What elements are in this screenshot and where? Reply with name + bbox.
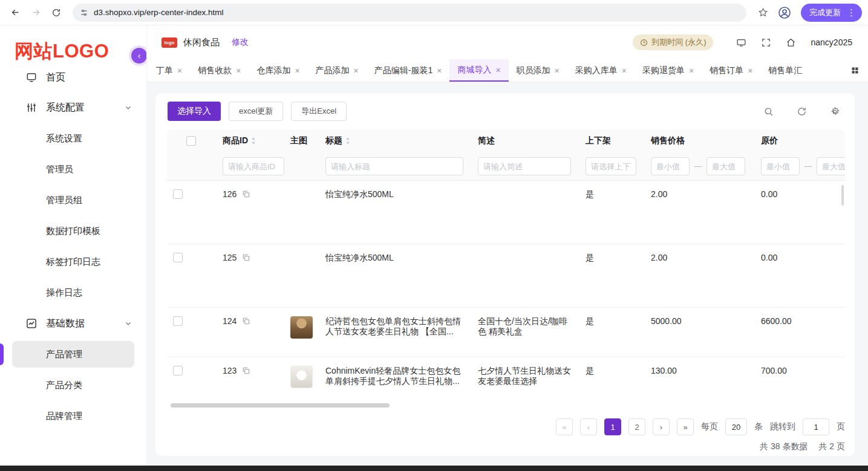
kebab-menu-icon[interactable]: ⋮ [846, 8, 857, 17]
per-page-input[interactable] [725, 418, 747, 435]
copy-icon[interactable] [242, 366, 250, 375]
excel-update-button[interactable]: excel更新 [229, 102, 283, 121]
tab-sales-order[interactable]: 销售订单 × [702, 59, 760, 82]
sidebar-item-home[interactable]: 首页 [12, 68, 134, 91]
browser-refresh-button[interactable] [47, 4, 65, 22]
tab-staff-add[interactable]: 职员添加 × [509, 59, 567, 82]
column-label: 简述 [478, 135, 495, 146]
search-icon[interactable] [763, 106, 774, 117]
vertical-scrollbar[interactable] [841, 185, 844, 206]
profile-avatar-icon[interactable] [774, 5, 795, 20]
total-pages-text: 共 2 页 [818, 441, 845, 452]
bookmark-star-icon[interactable] [754, 7, 772, 18]
range-dash: — [694, 162, 702, 171]
close-icon[interactable]: × [689, 67, 694, 75]
column-header-product-id[interactable]: 商品ID [217, 135, 284, 146]
column-header-description: 简述 [472, 135, 579, 146]
original-price-max-input[interactable] [817, 157, 845, 175]
column-label: 标题 [325, 135, 342, 146]
sidebar-item-print-templates[interactable]: 数据打印模板 [12, 218, 134, 244]
tab-product-add[interactable]: 产品添加 × [308, 59, 367, 82]
close-icon[interactable]: × [622, 67, 627, 75]
sidebar-collapse-button[interactable]: ‹ [131, 48, 147, 63]
product-image[interactable] [290, 316, 313, 339]
sidebar-item-admin-groups[interactable]: 管理员组 [12, 187, 134, 213]
site-settings-icon[interactable] [80, 8, 88, 17]
sidebar-item-admins[interactable]: 管理员 [12, 156, 134, 183]
sidebar-item-label-print-log[interactable]: 标签打印日志 [12, 248, 134, 275]
column-header-title[interactable]: 标题 [319, 135, 472, 146]
product-id: 123 [223, 366, 237, 375]
original-price-min-input[interactable] [761, 157, 800, 175]
site-logo: 网站LOGO [0, 25, 146, 68]
gear-icon[interactable] [830, 106, 840, 117]
sidebar-item-base-data[interactable]: 基础数据 [12, 310, 134, 337]
description-filter-input[interactable] [478, 157, 571, 175]
original-price-value: 6600.00 [755, 308, 845, 326]
tab-order[interactable]: 丁单 × [148, 59, 190, 82]
tab-mall-import[interactable]: 商城导入 × [449, 59, 508, 82]
jump-page-input[interactable] [803, 418, 829, 435]
close-icon[interactable]: × [748, 67, 752, 75]
sidebar-item-product-management[interactable]: 产品管理 [12, 341, 134, 368]
close-icon[interactable]: × [555, 67, 560, 75]
close-icon[interactable]: × [437, 67, 442, 75]
copy-icon[interactable] [242, 317, 250, 325]
browser-back-button[interactable] [6, 4, 24, 22]
sort-icon[interactable] [345, 137, 350, 145]
copy-icon[interactable] [242, 190, 250, 198]
sidebar-item-system-config[interactable]: 系统配置 [12, 94, 134, 121]
tab-warehouse-add[interactable]: 仓库添加 × [249, 59, 307, 82]
row-checkbox[interactable] [173, 366, 183, 375]
tab-list-grid-icon[interactable] [848, 63, 862, 77]
close-icon[interactable]: × [495, 66, 500, 74]
sort-icon[interactable] [251, 137, 256, 145]
first-page-button[interactable]: « [556, 418, 573, 435]
horizontal-scrollbar[interactable] [171, 403, 390, 408]
close-icon[interactable]: × [236, 67, 241, 75]
original-price-value: 0.00 [755, 181, 845, 199]
sidebar-item-system-settings[interactable]: 系统设置 [12, 125, 134, 152]
title-filter-input[interactable] [325, 157, 463, 175]
select-all-checkbox[interactable] [186, 136, 196, 146]
refresh-icon[interactable] [797, 106, 807, 117]
product-image[interactable] [290, 366, 313, 388]
tab-product-edit[interactable]: 产品编辑-服装1 × [367, 59, 450, 82]
page-button-1[interactable]: 1 [604, 418, 621, 435]
username[interactable]: nancy2025 [811, 37, 852, 47]
row-checkbox[interactable] [173, 189, 183, 199]
select-import-button[interactable]: 选择导入 [168, 102, 221, 121]
tab-purchase-inbound[interactable]: 采购入库单 × [567, 59, 635, 82]
close-icon[interactable]: × [354, 67, 359, 75]
edit-store-link[interactable]: 修改 [232, 37, 249, 48]
sidebar: 网站LOGO ‹ 首页 系统配置 系统设置 [0, 25, 147, 466]
sale-price-max-input[interactable] [706, 157, 745, 175]
update-button[interactable]: 完成更新 ⋮ [801, 4, 862, 22]
tab-sales-receipt[interactable]: 销售收款 × [190, 59, 249, 82]
address-bar[interactable]: d3.shopxo.vip/erp-center-index.html [73, 4, 746, 22]
sidebar-item-operation-log[interactable]: 操作日志 [12, 279, 134, 306]
product-id-filter-input[interactable] [223, 157, 284, 175]
sidebar-item-product-categories[interactable]: 产品分类 [12, 372, 134, 398]
export-excel-button[interactable]: 导出Excel [291, 102, 347, 121]
tab-purchase-return[interactable]: 采购退货单 × [635, 59, 702, 82]
close-icon[interactable]: × [295, 67, 299, 75]
row-checkbox[interactable] [173, 316, 183, 326]
next-page-button[interactable]: › [653, 418, 670, 435]
chevron-down-icon [125, 320, 132, 327]
row-checkbox[interactable] [173, 253, 183, 262]
close-icon[interactable]: × [177, 67, 182, 75]
sale-price-min-input[interactable] [651, 157, 690, 175]
last-page-button[interactable]: » [677, 418, 694, 435]
sidebar-item-label: 操作日志 [46, 287, 82, 299]
tab-sales-summary[interactable]: 销售单汇 [760, 59, 810, 82]
monitor-icon[interactable] [736, 37, 746, 48]
prev-page-button[interactable]: ‹ [580, 418, 597, 435]
sidebar-item-brand-management[interactable]: 品牌管理 [12, 403, 134, 429]
home-icon[interactable] [786, 37, 796, 48]
copy-icon[interactable] [242, 253, 250, 262]
fullscreen-icon[interactable] [761, 37, 771, 48]
page-button-2[interactable]: 2 [628, 418, 645, 435]
browser-forward-button[interactable] [27, 4, 45, 22]
on-sale-filter-select[interactable] [586, 157, 636, 175]
